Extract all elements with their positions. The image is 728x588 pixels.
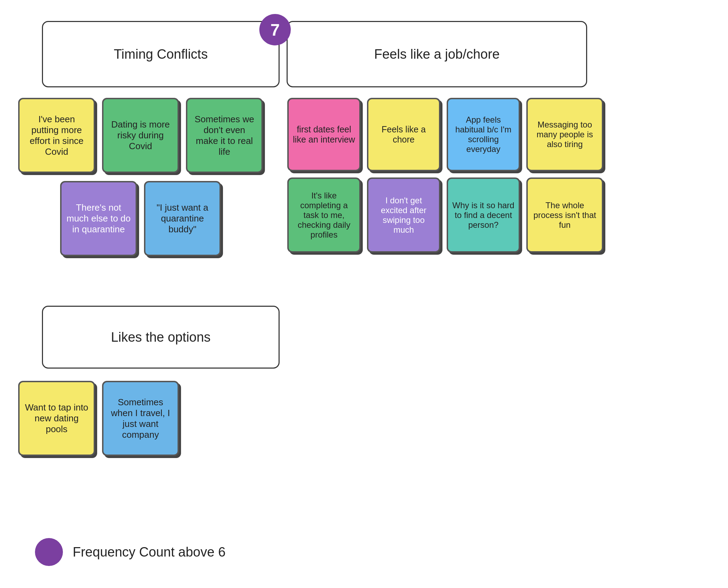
legend-label: Frequency Count above 6: [73, 545, 225, 560]
feels-like-job-badge: 7: [259, 14, 291, 45]
badge-number: 7: [271, 20, 280, 39]
card-interview: first dates feel like an interview: [287, 98, 361, 171]
card-habitual: App feels habitual b/c I'm scrolling eve…: [447, 98, 520, 171]
legend-circle: [35, 538, 63, 566]
card-real-life: Sometimes we don't even make it to real …: [186, 98, 263, 173]
card-not-excited: I don't get excited after swiping too mu…: [367, 177, 440, 253]
card-new-dating-pools: Want to tap into new dating pools: [18, 381, 95, 456]
card-chore: Feels like a chore: [367, 98, 440, 171]
card-quarantine-boredom: There's not much else to do in quarantin…: [60, 181, 137, 256]
feels-like-job-label: Feels like a job/chore: [374, 47, 499, 62]
feels-like-job-box: Feels like a job/chore: [287, 21, 587, 87]
card-covid-effort: I've been putting more effort in since C…: [18, 98, 95, 173]
card-covid-risky: Dating is more risky during Covid: [102, 98, 179, 173]
likes-options-label: Likes the options: [111, 330, 210, 345]
card-messaging-tiring: Messaging too many people is also tiring: [526, 98, 603, 171]
main-container: Timing Conflicts 7 Feels like a job/chor…: [0, 0, 728, 588]
timing-conflicts-box: Timing Conflicts: [42, 21, 280, 87]
card-completing-task: It's like completing a task to me, check…: [287, 177, 361, 253]
card-decent-person: Why is it so hard to find a decent perso…: [447, 177, 520, 253]
card-travel-company: Sometimes when I travel, I just want com…: [102, 381, 179, 456]
legend: Frequency Count above 6: [35, 538, 225, 566]
card-quarantine-buddy: "I just want a quarantine buddy": [144, 181, 221, 256]
card-not-fun: The whole process isn't that fun: [526, 177, 603, 253]
likes-options-box: Likes the options: [42, 306, 280, 369]
timing-conflicts-label: Timing Conflicts: [114, 47, 208, 62]
